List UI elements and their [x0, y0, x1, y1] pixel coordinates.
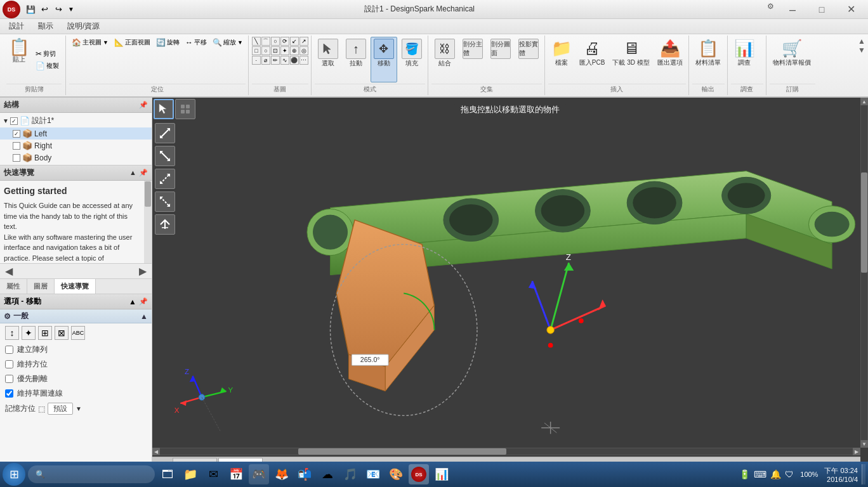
minimize-button[interactable]: –	[778, 0, 807, 19]
tab-layers[interactable]: 圖層	[27, 279, 55, 294]
checkbox-maintain-sketch[interactable]	[5, 389, 13, 398]
cut-button[interactable]: ✂剪切	[33, 48, 62, 60]
taskbar-tray-notification[interactable]: 🔔	[770, 469, 781, 479]
draw-tool-7[interactable]: □	[252, 46, 261, 55]
maximize-button[interactable]: □	[807, 0, 836, 19]
tree-item-left[interactable]: ✓ 📦 Left	[0, 127, 152, 140]
taskbar-icon-game[interactable]: 🎮	[249, 464, 269, 484]
draw-tool-17[interactable]: ⚫	[290, 56, 299, 65]
taskbar-show-desktop[interactable]	[862, 464, 865, 484]
side-tool-5[interactable]	[155, 214, 175, 235]
draw-tool-11[interactable]: ⊕	[290, 46, 299, 55]
close-button[interactable]: ✕	[836, 0, 865, 19]
download-3d-button[interactable]: 🖥 下載 3D 模型	[609, 37, 652, 82]
v-scroll-up[interactable]: ▲	[860, 98, 868, 105]
taskbar-icon-designspark[interactable]: DS	[409, 464, 429, 484]
taskbar-clock[interactable]: 下午 03:24 2016/10/4	[824, 466, 858, 483]
taskbar-icon-paint[interactable]: 🎨	[386, 464, 406, 484]
quick-guide-header[interactable]: 快速導覽 ▲ 📌	[0, 166, 152, 181]
draw-tool-3[interactable]: ○	[271, 37, 280, 46]
ribbon-collapse-down[interactable]: ▼	[858, 46, 865, 55]
v-scrollbar[interactable]: ▲ ▼	[860, 98, 868, 448]
select-mode-button[interactable]: 選取	[315, 37, 341, 82]
side-tool-2[interactable]	[155, 146, 175, 166]
tree-checkbox-right[interactable]	[13, 142, 20, 150]
quick-guide-scroll-up[interactable]: ▲	[129, 169, 136, 177]
taskbar-icon-music[interactable]: 🎵	[340, 464, 360, 484]
taskbar-tray-shield[interactable]: 🛡	[785, 469, 794, 479]
qat-undo[interactable]: ↩	[38, 3, 51, 16]
v-scroll-down[interactable]: ▼	[860, 440, 868, 448]
h-scroll-track[interactable]	[160, 448, 853, 455]
pan-button[interactable]: ↔平移	[183, 37, 209, 48]
side-tool-4[interactable]	[155, 192, 175, 212]
taskbar-icon-task-view[interactable]: 🗔	[157, 464, 178, 484]
draw-tool-14[interactable]: ⌀	[261, 56, 270, 65]
menu-help[interactable]: 說明/資源	[61, 19, 106, 34]
draw-tool-15[interactable]: ✏	[271, 56, 280, 65]
zoom-button[interactable]: 🔍縮放▼	[210, 37, 246, 48]
draw-tool-12[interactable]: ◎	[299, 46, 308, 55]
opt-icon-grid[interactable]: ⊞	[38, 326, 52, 340]
option-maintain-orientation[interactable]: 維持方位	[0, 357, 152, 372]
draw-tool-13[interactable]: ·	[252, 56, 261, 65]
position-dropdown[interactable]: 預設	[48, 403, 73, 415]
v-scroll-thumb[interactable]	[861, 172, 867, 273]
survey-button[interactable]: 📊 調查	[731, 37, 758, 82]
quick-guide-scrollbar[interactable]	[144, 181, 152, 263]
side-tool-3[interactable]	[155, 169, 175, 189]
h-scroll-right[interactable]: ▶	[853, 448, 860, 455]
h-scroll-thumb[interactable]	[298, 448, 506, 455]
split-face-button[interactable]: 剖分圖面	[487, 37, 514, 82]
opt-icon-constraint[interactable]: ⊠	[55, 326, 69, 340]
draw-tool-1[interactable]: ╲	[252, 37, 261, 46]
checkbox-maintain-orientation[interactable]	[5, 360, 13, 368]
menu-design[interactable]: 設計	[3, 19, 30, 34]
guide-nav-prev[interactable]: ◀	[3, 265, 15, 277]
taskbar-icon-explorer[interactable]: 📁	[180, 464, 201, 484]
section-general-header[interactable]: ⚙ 一般 ▲	[0, 309, 152, 323]
qat-redo[interactable]: ↪	[52, 3, 65, 16]
opt-icon-text[interactable]: ABC	[71, 326, 85, 340]
guide-nav-next[interactable]: ▶	[136, 265, 149, 277]
selection-collapse-icon[interactable]: ▲	[129, 297, 136, 306]
position-dropdown-arrow[interactable]: ▼	[76, 405, 82, 412]
export-options-button[interactable]: 📤 匯出選項	[654, 37, 686, 82]
tree-checkbox-body[interactable]	[13, 154, 20, 162]
home-view-button[interactable]: 🏠主視圖▼	[69, 37, 111, 48]
qat-more[interactable]: ▼	[66, 3, 76, 16]
draw-tool-6[interactable]: ↗	[299, 37, 308, 46]
quick-guide-pin-icon[interactable]: 📌	[139, 169, 148, 177]
tab-properties[interactable]: 屬性	[0, 279, 27, 294]
option-create-array[interactable]: 建立陣列	[0, 342, 152, 357]
front-view-button[interactable]: 📐正面視圖	[112, 37, 153, 48]
taskbar-icon-firefox[interactable]: 🦊	[272, 464, 292, 484]
pull-mode-button[interactable]: ↑ 拉動	[343, 37, 369, 82]
tree-checkbox-design1[interactable]: ✓	[10, 117, 18, 125]
bom-price-button[interactable]: 🛒 物料清單報價	[770, 37, 814, 82]
tree-item-design1[interactable]: ▼ ✓ 📄 設計1*	[0, 114, 152, 127]
draw-tool-8[interactable]: ○	[261, 46, 270, 55]
quick-guide-scroll-thumb[interactable]	[145, 181, 151, 207]
v-scroll-track[interactable]	[861, 105, 867, 440]
taskbar-icon-email2[interactable]: 📧	[363, 464, 383, 484]
taskbar-icon-mail2[interactable]: 📬	[294, 464, 315, 484]
qat-save[interactable]: 💾	[24, 3, 37, 16]
move-mode-button[interactable]: ✥ 移動	[371, 37, 397, 82]
rotate-button[interactable]: 🔄旋轉	[154, 37, 182, 48]
tree-item-right[interactable]: 📦 Right	[0, 140, 152, 152]
opt-icon-move-axis[interactable]: ↕	[5, 326, 19, 340]
file-button[interactable]: 📁 檔案	[548, 37, 575, 82]
split-body-button[interactable]: 剖分主體	[459, 37, 486, 82]
taskbar-icon-excel[interactable]: 📊	[431, 464, 452, 484]
taskbar-icon-mail[interactable]: ✉	[203, 464, 223, 484]
h-scroll-left[interactable]: ◀	[152, 448, 160, 455]
side-tool-1[interactable]	[155, 123, 175, 143]
canvas-select-tool[interactable]	[154, 99, 174, 119]
window-settings-icon[interactable]: ⚙	[763, 0, 778, 13]
draw-tool-10[interactable]: ✦	[280, 46, 289, 55]
draw-tool-16[interactable]: ∿	[280, 56, 289, 65]
bom-button[interactable]: 📋 材料清單	[692, 37, 724, 82]
taskbar-search[interactable]: 🔍	[28, 465, 155, 483]
taskbar-tray-keyboard[interactable]: ⌨	[754, 469, 766, 479]
